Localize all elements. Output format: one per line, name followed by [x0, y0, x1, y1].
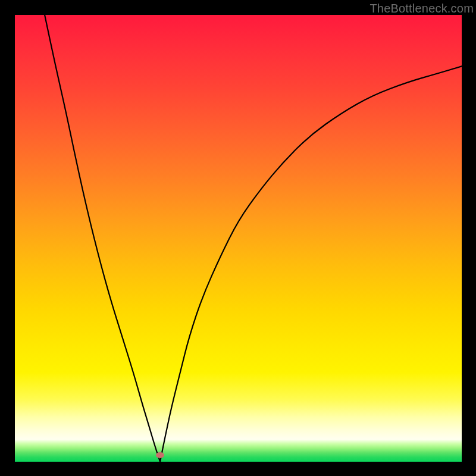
- plot-area: [15, 15, 462, 462]
- curve-path: [45, 15, 462, 462]
- chart-stage: TheBottleneck.com: [0, 0, 476, 476]
- watermark-text: TheBottleneck.com: [369, 2, 474, 15]
- bottleneck-curve: [15, 15, 462, 462]
